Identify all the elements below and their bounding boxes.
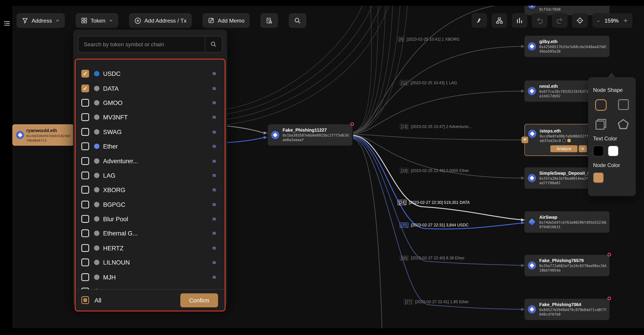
checkbox[interactable] — [81, 113, 89, 121]
chain-icon: ≋ — [212, 260, 216, 265]
edge-text: [2023-02-25 10:41] 1 XBORG — [406, 37, 460, 41]
node-fake-phishing-76579[interactable]: Fake_Phishing76579 0x35a772a682af1e34c03… — [524, 255, 610, 276]
shape-rounded-square-selected[interactable] — [595, 99, 606, 111]
checkbox[interactable] — [81, 99, 89, 107]
node-fake-phishing-7064[interactable]: Fake_Phishing7064 0x84527b5949d479c879b8… — [524, 299, 610, 320]
node-color-swatch[interactable] — [593, 172, 604, 183]
node-address: 0x42560517b33a7e68cda1640aa47b6546ba585e… — [540, 45, 606, 54]
node-name: Fake_Phishing11227 — [283, 128, 349, 132]
token-row-hertz[interactable]: HERTZ≋ — [76, 241, 224, 255]
edge-text: [2023-02-27 22:41] 1.85 Ether — [415, 300, 469, 304]
panel-toggle-button[interactable] — [2, 19, 12, 28]
ethereum-icon — [528, 87, 536, 95]
token-row-xborg[interactable]: XBORG≋ — [76, 183, 224, 197]
checkbox[interactable] — [81, 244, 89, 252]
node-gilby[interactable]: gilby.eth 0x42560517b33a7e68cda1640aa47b… — [524, 36, 610, 57]
flow-layout-button[interactable] — [492, 13, 507, 28]
checkbox[interactable] — [81, 142, 89, 150]
zoom-out-button[interactable]: - — [597, 17, 600, 24]
text-color-black-swatch[interactable] — [593, 146, 604, 156]
checkbox[interactable] — [81, 172, 89, 179]
edge-label[interactable]: [27][2023-02-27 22:41] 1.85 Ether — [404, 300, 469, 304]
memo-search-button[interactable] — [260, 13, 278, 28]
bird-button[interactable] — [472, 13, 487, 28]
edge-label[interactable]: [24][2023-02-27 22:30] 519,351 DATA — [398, 200, 470, 205]
edge-text: [2023-02-27 22:30] 519,351 DATA — [409, 200, 470, 205]
token-row-ethernal[interactable]: Ethernal G...≋ — [76, 226, 224, 241]
checkbox[interactable] — [81, 259, 89, 267]
checkbox[interactable] — [81, 186, 89, 194]
search-icon[interactable] — [206, 41, 222, 48]
node-name: AirSwap — [540, 215, 606, 220]
checkbox[interactable] — [81, 215, 89, 223]
token-row-data[interactable]: DATA≋ — [76, 81, 224, 95]
token-row-usdc[interactable]: USDC≋ — [76, 66, 224, 81]
airswap-icon — [528, 218, 536, 226]
align-bars-button[interactable] — [512, 13, 528, 28]
checkbox[interactable] — [81, 157, 89, 165]
edge-label[interactable]: [25][2023-02-27 22:31] 3,844 USDC — [400, 223, 469, 227]
chain-icon: ≋ — [212, 115, 216, 120]
edge-label[interactable]: [9][2023-02-25 10:41] 1 XBORG — [398, 37, 460, 41]
text-color-white-swatch[interactable] — [608, 146, 618, 156]
node-color-label: Node Color — [593, 162, 631, 168]
edge-label[interactable]: [13][2023-02-25 10:47] 2 Adventurer... — [400, 124, 472, 129]
edge-label[interactable]: [26][2023-02-27 22:40] 8.38 Ether — [400, 256, 464, 260]
token-row-mjh[interactable]: MJH≋ — [76, 270, 224, 284]
checkbox[interactable] — [81, 273, 89, 281]
node-color-options — [593, 172, 631, 183]
fit-view-button[interactable] — [572, 13, 588, 28]
search-button[interactable] — [289, 13, 307, 28]
token-label: MJH — [103, 274, 116, 281]
token-row-bgpgc[interactable]: BGPGC≋ — [76, 197, 224, 212]
node-name: Fake_Phishing76579 — [540, 258, 606, 263]
redo-button[interactable] — [552, 13, 568, 28]
token-row-swag[interactable]: SWAG≋ — [76, 125, 224, 139]
token-row-lilnoun[interactable]: LILNOUN≋ — [76, 255, 224, 270]
token-row-mv3nft[interactable]: MV3NFT≋ — [76, 110, 224, 124]
analyze-button[interactable]: Analyze — [550, 145, 577, 152]
add-address-tx-button[interactable]: Add Address / Tx — [129, 13, 192, 28]
edge-label[interactable]: [11][2023-02-25 10:43] 1 LAG — [400, 80, 457, 85]
shape-stacked-squares[interactable] — [596, 119, 606, 130]
chain-icon: ≋ — [212, 173, 216, 178]
shape-pentagon[interactable] — [618, 119, 629, 130]
token-row-adventurer[interactable]: Adventurer...≋ — [76, 153, 224, 168]
funds-flow-icon[interactable]: ≋ — [579, 145, 587, 152]
checkbox[interactable] — [81, 230, 89, 238]
node-ryanwould[interactable]: ryanwould.eth 0xc6d330e5b7deb31824b83778… — [12, 124, 74, 146]
bird-icon — [476, 17, 483, 24]
token-icon — [94, 245, 100, 251]
token-row-gmoo[interactable]: GMOO≋ — [76, 95, 224, 110]
token-row-partial[interactable] — [76, 284, 224, 289]
zoom-in-button[interactable]: + — [624, 17, 628, 24]
checkbox-checked[interactable] — [81, 84, 89, 92]
edge-label[interactable]: [19][2023-02-25 22:46] 0.0055 Ether — [400, 168, 469, 173]
shape-square[interactable] — [618, 99, 629, 110]
token-row-lag[interactable]: LAG≋ — [76, 168, 224, 183]
checkbox[interactable] — [81, 288, 89, 289]
edge-xborg — [353, 46, 524, 133]
expand-plus-badge[interactable]: + — [522, 137, 528, 143]
button-label: Add Address / Tx — [144, 17, 186, 23]
undo-button[interactable] — [532, 13, 548, 28]
add-memo-button[interactable]: Add Memo — [202, 13, 250, 28]
zoom-control: - 159% + — [592, 13, 632, 28]
checkbox[interactable] — [81, 200, 89, 208]
grid-icon — [81, 17, 87, 24]
graph-canvas[interactable]: [9][2023-02-25 10:41] 1 XBORG [11][2023-… — [12, 6, 644, 328]
node-name: Fake_Phishing7064 — [540, 302, 606, 307]
address-filter-button[interactable]: Address — [16, 13, 65, 28]
token-search-input[interactable] — [78, 41, 205, 47]
funnel-icon — [22, 17, 28, 24]
checkbox-checked[interactable] — [81, 70, 89, 78]
checkbox[interactable] — [81, 128, 89, 136]
confirm-button[interactable]: Confirm — [180, 293, 218, 307]
token-filter-button[interactable]: Token — [76, 13, 118, 28]
app-root: [9][2023-02-25 10:41] 1 XBORG [11][2023-… — [0, 0, 644, 335]
node-fake-phishing-11227[interactable]: Fake_Phishing11227 0x1ba383587e6b6e8925b… — [268, 124, 352, 146]
checkbox-all-indeterminate[interactable] — [81, 296, 89, 304]
node-airswap[interactable]: AirSwap 0x74de5d4fcbf63e00296fd95d33236b… — [524, 211, 610, 233]
token-row-ether[interactable]: Ether≋ — [76, 139, 224, 153]
token-row-blur-pool[interactable]: Blur Pool≋ — [76, 212, 224, 226]
